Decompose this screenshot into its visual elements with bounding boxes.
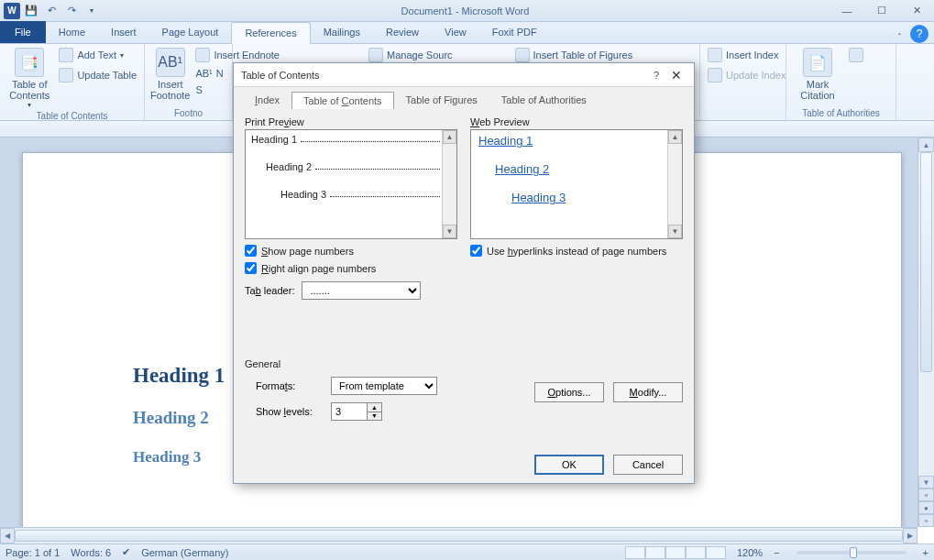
preview-scroll-up-icon[interactable]: ▲ — [443, 130, 456, 144]
zoom-thumb[interactable] — [850, 547, 857, 558]
view-buttons — [625, 546, 726, 559]
mark-citation-button[interactable]: 📄 Mark Citation — [792, 46, 843, 101]
spin-up-icon[interactable]: ▲ — [367, 403, 381, 412]
web-link-2: Heading 2 — [471, 159, 682, 176]
mark-citation-icon: 📄 — [803, 48, 832, 77]
insert-footnote-button[interactable]: AB¹ Insert Footnote — [150, 46, 190, 101]
print-preview-column: Print Preview Heading 11 Heading 23 Head… — [245, 116, 457, 325]
show-levels-spinner[interactable]: 3 ▲▼ — [331, 402, 382, 421]
update-table-button[interactable]: Update Table — [57, 66, 138, 84]
view-web-layout[interactable] — [665, 546, 686, 559]
dialog-tab-toa[interactable]: Table of Authorities — [489, 91, 599, 109]
modify-button[interactable]: Modify... — [613, 382, 683, 402]
file-tab[interactable]: File — [0, 21, 46, 43]
quick-access-toolbar: W 💾 ↶ ↷ ▾ — [0, 2, 101, 20]
spin-down-icon[interactable]: ▼ — [367, 412, 381, 421]
zoom-in-icon[interactable]: + — [923, 547, 929, 558]
use-hyperlinks-checkbox[interactable]: Use hyperlinks instead of page numbers — [470, 245, 683, 257]
group-label-footnotes: Footno — [150, 106, 226, 120]
browse-object-icon[interactable]: ● — [918, 501, 934, 514]
status-language[interactable]: German (Germany) — [141, 547, 228, 558]
close-button[interactable]: ✕ — [899, 1, 934, 21]
tab-view[interactable]: View — [432, 21, 479, 43]
tab-page-layout[interactable]: Page Layout — [149, 21, 232, 43]
scroll-thumb[interactable] — [920, 152, 932, 372]
proofing-icon[interactable]: ✔ — [122, 546, 130, 558]
zoom-out-icon[interactable]: − — [774, 547, 779, 558]
zoom-slider[interactable] — [797, 551, 907, 555]
scroll-right-icon[interactable]: ▶ — [903, 528, 918, 544]
ribbon-minimize-icon[interactable]: ˆ — [898, 33, 901, 43]
manage-sources-button[interactable]: Manage Sourc — [367, 46, 455, 64]
window-title: Document1 - Microsoft Word — [101, 5, 830, 16]
qat-dropdown-icon[interactable]: ▾ — [82, 2, 101, 20]
word-app-icon[interactable]: W — [4, 3, 20, 19]
toc-entry-2: Heading 2 — [266, 161, 312, 172]
horizontal-scrollbar[interactable]: ◀ ▶ — [0, 527, 918, 544]
preview-scroll-down-icon[interactable]: ▼ — [443, 225, 456, 238]
help-icon[interactable]: ? — [910, 25, 929, 43]
dialog-title: Table of Contents — [241, 70, 646, 81]
web-preview-scrollbar[interactable]: ▲ ▼ — [667, 130, 682, 238]
web-scroll-down-icon[interactable]: ▼ — [668, 225, 682, 238]
web-link-1: Heading 1 — [471, 130, 682, 148]
maximize-button[interactable]: ☐ — [864, 1, 899, 21]
right-align-checkbox[interactable]: Right align page numbers — [245, 262, 457, 274]
scroll-down-icon[interactable]: ▼ — [918, 476, 934, 489]
scroll-left-icon[interactable]: ◀ — [0, 528, 15, 544]
group-label-toc: Table of Contents — [5, 109, 138, 123]
toc-dialog: Table of Contents ? ✕ Index Table of Con… — [233, 62, 695, 484]
view-print-layout[interactable] — [625, 546, 645, 559]
vertical-scrollbar[interactable]: ▲ ▼ « ● » — [918, 137, 934, 527]
insert-index-button[interactable]: Insert Index — [706, 46, 787, 64]
redo-icon[interactable]: ↷ — [62, 2, 81, 20]
status-words[interactable]: Words: 6 — [71, 547, 111, 558]
next-page-icon[interactable]: » — [918, 514, 934, 527]
footnote-icon: AB¹ — [156, 48, 185, 77]
options-button[interactable]: Options... — [534, 382, 604, 402]
web-link-3: Heading 3 — [471, 187, 682, 204]
manage-sources-icon — [368, 48, 383, 62]
preview-scrollbar[interactable]: ▲ ▼ — [442, 130, 456, 238]
tab-foxit-pdf[interactable]: Foxit PDF — [479, 21, 550, 43]
insert-toa-button[interactable] — [847, 46, 865, 64]
tab-references[interactable]: References — [231, 22, 310, 44]
status-bar: Page: 1 of 1 Words: 6 ✔ German (Germany)… — [0, 544, 934, 560]
table-of-contents-button[interactable]: 📑 Table of Contents ▾ — [5, 46, 53, 109]
minimize-button[interactable]: — — [830, 1, 864, 21]
formats-select[interactable]: From template — [331, 377, 437, 395]
scroll-up-icon[interactable]: ▲ — [918, 137, 934, 152]
view-full-screen[interactable] — [645, 546, 665, 559]
dialog-help-icon[interactable]: ? — [646, 70, 666, 81]
undo-icon[interactable]: ↶ — [42, 2, 60, 20]
status-zoom[interactable]: 120% — [737, 547, 763, 558]
toc-icon: 📑 — [15, 48, 44, 77]
show-page-numbers-checkbox[interactable]: Show page numbers — [245, 245, 457, 257]
status-page[interactable]: Page: 1 of 1 — [5, 547, 60, 558]
ok-button[interactable]: OK — [534, 455, 604, 475]
dialog-tab-tof[interactable]: Table of Figures — [394, 91, 489, 109]
update-index-button[interactable]: Update Index — [706, 66, 787, 84]
tab-home[interactable]: Home — [46, 21, 98, 43]
dialog-tab-index[interactable]: Index — [243, 91, 291, 109]
insert-table-of-figures-button[interactable]: Insert Table of Figures — [513, 46, 635, 64]
add-text-button[interactable]: Add Text ▾ — [57, 46, 138, 64]
save-icon[interactable]: 💾 — [22, 2, 40, 20]
update-table-icon — [59, 68, 73, 82]
update-index-icon — [708, 68, 722, 82]
prev-page-icon[interactable]: « — [918, 489, 934, 501]
dialog-close-icon[interactable]: ✕ — [666, 68, 687, 82]
tab-mailings[interactable]: Mailings — [311, 21, 373, 43]
tab-insert[interactable]: Insert — [98, 21, 149, 43]
web-preview-box: Heading 1 Heading 2 Heading 3 ▲ ▼ — [470, 129, 683, 239]
hscroll-thumb[interactable] — [15, 530, 903, 542]
cancel-button[interactable]: Cancel — [613, 455, 683, 475]
dialog-tab-toc[interactable]: Table of Contents — [291, 92, 394, 110]
tab-review[interactable]: Review — [373, 21, 432, 43]
web-scroll-up-icon[interactable]: ▲ — [668, 130, 682, 144]
view-outline[interactable] — [686, 546, 706, 559]
tof-icon — [515, 48, 530, 62]
view-draft[interactable] — [706, 546, 726, 559]
dialog-titlebar[interactable]: Table of Contents ? ✕ — [234, 63, 694, 87]
tab-leader-select[interactable]: ....... — [302, 281, 421, 300]
